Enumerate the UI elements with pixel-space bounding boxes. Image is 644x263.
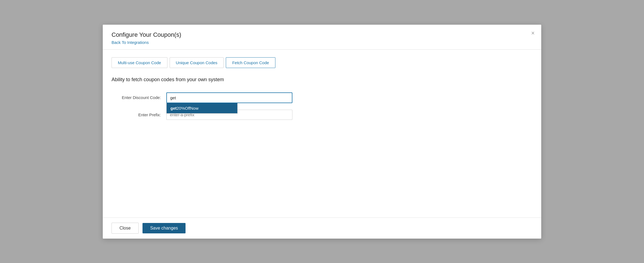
modal-container: Configure Your Coupon(s) Back To Integra…: [103, 25, 541, 239]
tabs-container: Multi-use Coupon Code Unique Coupon Code…: [112, 57, 532, 68]
tab-fetch-coupon-code[interactable]: Fetch Coupon Code: [226, 57, 275, 68]
modal-body: Multi-use Coupon Code Unique Coupon Code…: [103, 50, 541, 217]
modal-close-button[interactable]: ×: [531, 30, 535, 36]
modal-header: Configure Your Coupon(s) Back To Integra…: [103, 25, 541, 50]
autocomplete-dropdown: get20%OffNow: [166, 103, 238, 114]
tab-multi-use-coupon-code[interactable]: Multi-use Coupon Code: [112, 57, 167, 68]
section-description: Ability to fetch coupon codes from your …: [112, 77, 532, 83]
autocomplete-item[interactable]: get20%OffNow: [167, 103, 237, 113]
modal-overlay: Configure Your Coupon(s) Back To Integra…: [0, 0, 644, 263]
autocomplete-rest: 20%OffNow: [177, 106, 199, 111]
prefix-label: Enter Prefix:: [112, 110, 166, 117]
tab-unique-coupon-codes[interactable]: Unique Coupon Codes: [170, 57, 224, 68]
close-button[interactable]: Close: [112, 223, 139, 234]
modal-footer: Close Save changes: [103, 217, 541, 239]
back-to-integrations-link[interactable]: Back To Integrations: [112, 40, 149, 45]
discount-code-label: Enter Discount Code:: [112, 92, 166, 100]
save-changes-button[interactable]: Save changes: [143, 223, 186, 233]
modal-title: Configure Your Coupon(s): [112, 31, 532, 38]
form-group-discount-code: Enter Discount Code: get20%OffNow: [112, 92, 532, 103]
autocomplete-match-bold: get: [170, 106, 177, 111]
discount-code-input[interactable]: [166, 92, 292, 103]
discount-code-input-wrapper: get20%OffNow: [166, 92, 292, 103]
